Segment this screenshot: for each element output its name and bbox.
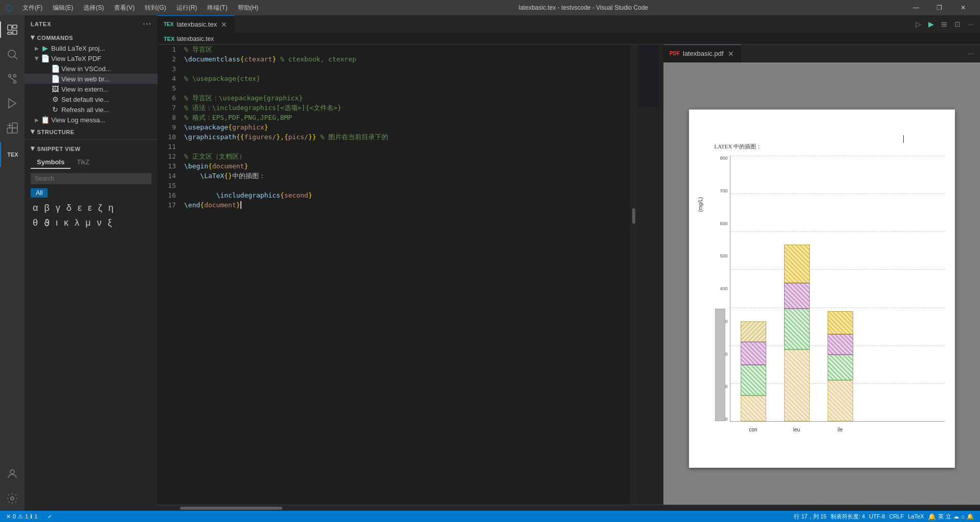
hscrollbar-thumb[interactable] (180, 507, 282, 510)
pdf-more-icon[interactable]: ··· (966, 47, 976, 59)
tab-tikz[interactable]: TikZ (71, 156, 96, 169)
symbol-iota[interactable]: ι (54, 216, 60, 230)
home-icon: ⌂ (961, 513, 965, 519)
editor-scrollbar[interactable] (630, 45, 637, 505)
split-vertical-icon[interactable]: ⊞ (939, 18, 949, 30)
sidebar-item-build[interactable]: ▶ ▶ Build LaTeX proj... (25, 43, 158, 53)
sidebar-item-view-log[interactable]: ▶ 📋 View Log messa... (25, 115, 158, 125)
menu-edit[interactable]: 编辑(E) (49, 3, 77, 13)
menu-help[interactable]: 帮助(H) (234, 3, 263, 13)
error-count: 0 (13, 513, 16, 519)
pdf-tab-bar: PDF latexbasic.pdf ✕ ··· (663, 45, 980, 62)
sidebar-item-view-extern[interactable]: 🖼 View in extern... (25, 84, 158, 94)
symbol-nu[interactable]: ν (95, 216, 103, 230)
status-feedback[interactable]: 🔔 英 立 ☁ ⌂ 🔔 (926, 513, 976, 520)
chart-bars-container: con leu (730, 156, 945, 422)
status-language[interactable]: LaTeX (906, 513, 926, 519)
code-line-14: \LaTeX{}中的插图： (184, 171, 626, 181)
view-log-chevron-icon: ▶ (35, 117, 39, 123)
code-editor[interactable]: 12345 678910 1112131415 1617 % 导言区 \docu… (158, 45, 663, 505)
svg-rect-11 (7, 128, 12, 133)
code-line-9: \usepackage{graphicx} (184, 122, 626, 132)
symbol-alpha[interactable]: α (31, 202, 40, 214)
activity-explorer-icon[interactable] (0, 17, 25, 42)
close-button[interactable]: ✕ (951, 0, 975, 15)
menu-run[interactable]: 运行(R) (172, 3, 202, 13)
structure-header[interactable]: ▶ STRUCTURE (25, 127, 158, 137)
sidebar-item-refresh[interactable]: ↻ Refresh all vie... (25, 104, 158, 115)
pdf-file-icon: PDF (670, 51, 680, 56)
commands-header[interactable]: ▶ COMMANDS (25, 33, 158, 43)
maximize-button[interactable]: ❐ (928, 0, 951, 15)
code-line-4: % \usepackage{ctex} (184, 74, 626, 83)
minimize-button[interactable]: — (904, 0, 928, 15)
symbol-mu[interactable]: μ (83, 216, 93, 230)
svg-line-9 (10, 77, 15, 81)
activity-debug-icon[interactable] (0, 91, 25, 116)
activity-extensions-icon[interactable] (0, 116, 25, 140)
menu-terminal[interactable]: 终端(T) (203, 3, 231, 13)
split-horizontal-icon[interactable]: ⊡ (952, 18, 963, 30)
status-line-ending[interactable]: CRLF (887, 513, 906, 519)
status-errors[interactable]: ✕ 0 ⚠ 1 ℹ 1 (4, 513, 39, 520)
sidebar-item-view-web[interactable]: 📄 View in web br... (25, 74, 158, 84)
y-label-600: 600 (720, 221, 727, 226)
svg-point-7 (14, 81, 16, 83)
status-position[interactable]: 行 17，列 15 (792, 513, 829, 520)
symbol-epsilon2[interactable]: ε (86, 202, 94, 214)
svg-rect-0 (8, 25, 12, 30)
status-tab-size[interactable]: 制表符长度: 4 (829, 513, 867, 520)
symbols-row1: α β γ δ ε ε ζ η (31, 202, 151, 214)
editor-hscrollbar[interactable] (158, 505, 980, 511)
editor-pane: 12345 678910 1112131415 1617 % 导言区 \docu… (158, 45, 980, 505)
activity-account-icon[interactable] (0, 462, 25, 486)
editor-tab-latexbasic[interactable]: TEX latexbasic.tex ✕ (158, 15, 235, 33)
sidebar-more-icon[interactable]: ··· (143, 19, 151, 29)
activity-latex-icon[interactable]: TEX (0, 142, 25, 167)
symbol-vartheta[interactable]: ϑ (42, 216, 52, 230)
warning-count: 1 (25, 513, 28, 519)
menu-view[interactable]: 查看(V) (110, 3, 139, 13)
symbol-eta[interactable]: η (106, 202, 116, 214)
code-line-11 (184, 142, 626, 151)
run-alt-button[interactable]: ▶ (926, 18, 936, 30)
status-checkmark[interactable]: ✓ (46, 513, 54, 520)
sidebar-item-view-vscode[interactable]: 📄 View in VSCod... (25, 63, 158, 74)
symbol-lambda[interactable]: λ (73, 216, 81, 230)
bar-con-seg3 (741, 342, 766, 365)
scrollbar-thumb[interactable] (632, 208, 635, 224)
pdf-tab-label: latexbasic.pdf (683, 50, 724, 57)
sidebar-item-view-pdf[interactable]: ▶ 📄 View LaTeX PDF (25, 53, 158, 63)
menu-file[interactable]: 文件(F) (18, 3, 47, 13)
sidebar-item-set-default[interactable]: ⚙ Set default vie... (25, 94, 158, 104)
activity-scm-icon[interactable] (0, 67, 25, 91)
status-encoding[interactable]: UTF-8 (867, 513, 887, 519)
tab-symbols[interactable]: Symbols (31, 156, 71, 169)
activity-search-icon[interactable] (0, 42, 25, 67)
search-input[interactable] (31, 173, 151, 184)
more-actions-icon[interactable]: ··· (966, 18, 976, 30)
symbol-kappa[interactable]: κ (62, 216, 71, 230)
symbol-beta[interactable]: β (42, 202, 51, 214)
view-pdf-chevron-icon: ▶ (34, 56, 40, 60)
menu-select[interactable]: 选择(S) (79, 3, 108, 13)
symbol-xi[interactable]: ξ (105, 216, 114, 230)
pdf-tab-close-icon[interactable]: ✕ (727, 49, 735, 59)
symbol-zeta[interactable]: ζ (96, 202, 104, 214)
view-log-label: View Log messa... (51, 116, 105, 124)
main-layout: TEX LATEX ··· ▶ COMMANDS ▶ ▶ Build LaTeX… (0, 15, 980, 511)
menu-goto[interactable]: 转到(G) (141, 3, 170, 13)
symbol-theta[interactable]: θ (31, 216, 40, 230)
bar-con-seg4 (741, 321, 766, 342)
symbol-gamma[interactable]: γ (54, 202, 62, 214)
symbol-epsilon1[interactable]: ε (76, 202, 84, 214)
code-content[interactable]: % 导言区 \documentclass{ctexart} % ctexbook… (180, 45, 630, 505)
tab-close-icon[interactable]: ✕ (220, 19, 228, 30)
symbol-delta[interactable]: δ (64, 202, 74, 214)
filter-all-button[interactable]: All (31, 188, 48, 198)
activity-settings-icon[interactable] (0, 486, 25, 511)
titlebar-left: ⬡ 文件(F) 编辑(E) 选择(S) 查看(V) 转到(G) 运行(R) 终端… (5, 3, 262, 13)
run-button[interactable]: ▷ (914, 18, 923, 30)
x-label-ile: ile (828, 427, 853, 432)
pdf-tab[interactable]: PDF latexbasic.pdf ✕ (663, 45, 741, 62)
